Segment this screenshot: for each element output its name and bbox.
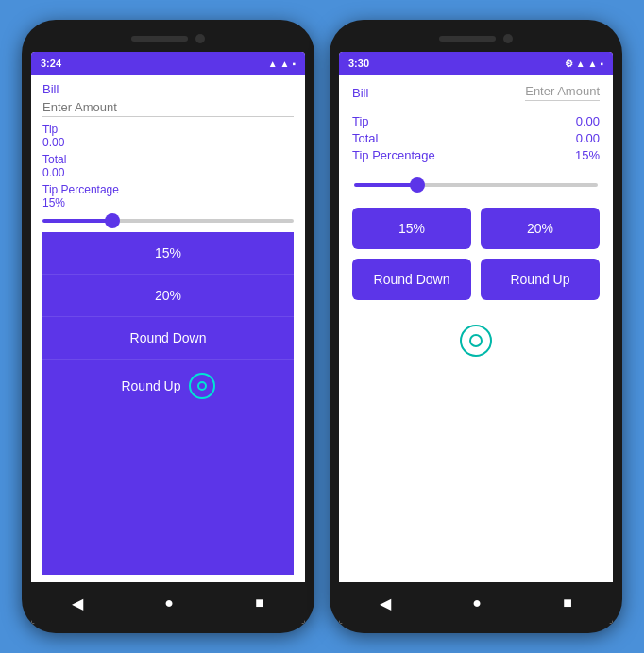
dropdown-item-20[interactable]: 20% [42,275,294,317]
signal-icon: ▲ [280,59,290,69]
right-total-value: 0.00 [576,131,600,145]
left-slider[interactable] [42,219,294,223]
dropdown-item-round-up[interactable]: Round Up [42,360,294,412]
right-bill-row: Bill Enter Amount [352,84,600,101]
dropdown-item-15[interactable]: 15% [42,232,294,275]
left-app-content: Bill Tip 0.00 Total 0.00 Tip Percentage … [31,75,305,582]
right-battery-icon: ▪ [600,59,603,69]
right-tip-percentage-label: Tip Percentage [352,148,435,162]
right-speaker [439,36,496,42]
right-slider[interactable] [354,183,598,187]
right-phone: 3:30 ⚙ ▲ ▲ ▪ Bill Enter Amount Tip 0. [330,20,622,633]
right-bill-input[interactable]: Enter Amount [525,84,600,101]
right-recent-button[interactable]: ■ [563,594,572,611]
right-app-content: Bill Enter Amount Tip 0.00 Total 0.00 Ti… [339,75,613,582]
left-phone-screen: 3:24 ▲ ▲ ▪ Bill Tip 0.00 Total 0.00 Tip … [31,52,305,624]
right-btn-round-down[interactable]: Round Down [352,259,471,300]
right-tip-label: Tip [352,114,369,128]
left-speaker [131,36,188,42]
left-status-icons: ▲ ▲ ▪ [268,59,296,69]
right-phone-top-bar [339,29,613,48]
right-camera [503,34,513,43]
right-total-row: Total 0.00 [352,131,600,145]
left-ripple-inner [197,381,207,391]
left-recent-button[interactable]: ■ [255,594,264,611]
left-ripple-icon [189,373,215,399]
right-home-button[interactable]: ● [472,594,482,611]
right-btn-15[interactable]: 15% [352,208,471,249]
left-bottom-nav: ◀ ● ■ [31,582,305,624]
right-status-icons: ⚙ ▲ ▲ ▪ [565,59,603,69]
right-ripple-inner [469,334,483,347]
left-phone-top-bar [31,29,305,48]
left-dropdown-menu: 15% 20% Round Down Round Up [42,232,294,575]
left-bill-input[interactable] [42,98,294,117]
phone-container: 3:24 ▲ ▲ ▪ Bill Tip 0.00 Total 0.00 Tip … [22,20,622,633]
left-home-button[interactable]: ● [164,594,174,611]
left-back-button[interactable]: ◀ [72,594,83,612]
right-slider-thumb [410,177,425,193]
right-back-button[interactable]: ◀ [380,594,391,612]
left-tip-percentage-value: 15% [42,196,294,209]
right-btn-20[interactable]: 20% [481,208,600,249]
right-wifi-icon: ▲ [576,59,585,69]
left-total-value: 0.00 [42,166,294,179]
right-signal-icon: ▲ [588,59,598,69]
battery-icon: ▪ [292,59,296,69]
left-status-time: 3:24 [41,58,61,69]
right-tip-percentage-value: 15% [575,148,600,162]
right-fields: Tip 0.00 Total 0.00 Tip Percentage 15% [352,114,600,166]
dropdown-item-round-down[interactable]: Round Down [42,317,294,360]
left-camera [195,34,205,43]
right-round-buttons: Round Down Round Up [352,259,600,300]
right-bottom-icon [352,325,600,357]
left-tip-percentage-label: Tip Percentage [42,183,294,196]
right-ripple-icon [460,325,492,357]
left-total-label: Total [42,153,294,166]
right-bill-label: Bill [352,86,368,100]
left-tip-value: 0.00 [42,136,294,149]
left-slider-thumb [105,213,120,228]
right-status-bar: 3:30 ⚙ ▲ ▲ ▪ [339,52,613,75]
right-slider-container [352,176,600,194]
right-btn-round-up[interactable]: Round Up [481,259,600,300]
left-phone: 3:24 ▲ ▲ ▪ Bill Tip 0.00 Total 0.00 Tip … [22,20,314,633]
left-slider-container [42,213,294,228]
right-tip-row-data: Tip 0.00 [352,114,600,128]
right-percentage-buttons: 15% 20% [352,208,600,249]
right-phone-screen: 3:30 ⚙ ▲ ▲ ▪ Bill Enter Amount Tip 0. [339,52,613,624]
right-settings-icon: ⚙ [565,59,573,69]
right-tip-percentage-row: Tip Percentage 15% [352,148,600,162]
left-tip-label: Tip [42,123,294,136]
right-tip-value: 0.00 [576,114,600,128]
wifi-icon: ▲ [268,59,278,69]
right-total-label: Total [352,131,378,145]
right-bottom-nav: ◀ ● ■ [339,582,613,624]
left-bill-label: Bill [42,82,294,96]
right-status-time: 3:30 [348,58,369,69]
left-status-bar: 3:24 ▲ ▲ ▪ [31,52,305,75]
